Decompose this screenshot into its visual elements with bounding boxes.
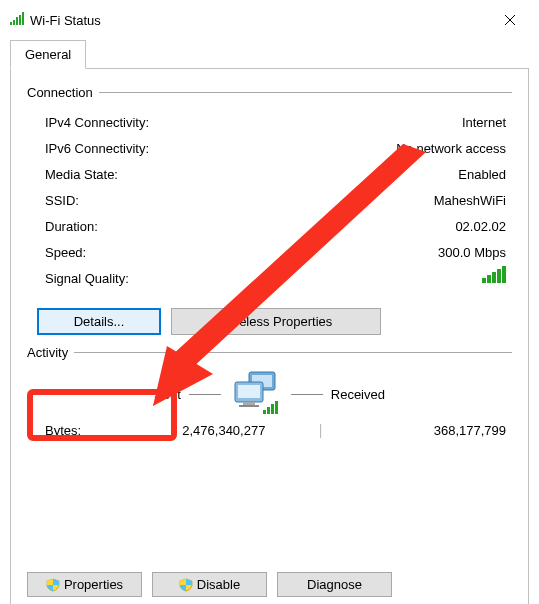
connection-group: Connection IPv4 Connectivity: Internet I… [27,85,512,335]
bottom-button-row: Properties Disable Diagnose [27,572,392,597]
row-speed: Speed: 300.0 Mbps [45,240,506,266]
close-button[interactable] [491,5,529,35]
window-title: Wi-Fi Status [30,13,101,28]
svg-rect-2 [16,17,18,25]
divider [99,92,512,93]
dash-right [291,394,323,395]
computers-icon [229,370,283,418]
label-ipv4: IPv4 Connectivity: [45,110,149,136]
bytes-row: Bytes: 2,476,340,277 | 368,177,799 [27,422,512,438]
svg-rect-4 [22,12,24,25]
value-duration: 02.02.02 [455,214,506,240]
svg-rect-10 [239,405,259,407]
bytes-separator: | [313,422,329,438]
bytes-label: Bytes: [45,423,135,438]
svg-rect-14 [275,401,278,414]
value-media: Enabled [458,162,506,188]
label-ipv6: IPv6 Connectivity: [45,136,149,162]
row-duration: Duration: 02.02.02 [45,214,506,240]
titlebar: Wi-Fi Status [0,0,539,40]
row-ipv6: IPv6 Connectivity: No network access [45,136,506,162]
label-duration: Duration: [45,214,98,240]
svg-rect-11 [263,410,266,414]
svg-rect-8 [238,385,260,398]
disable-button-label: Disable [197,577,240,592]
svg-rect-9 [243,402,255,405]
label-media: Media State: [45,162,118,188]
value-ipv4: Internet [462,110,506,136]
svg-rect-12 [267,407,270,414]
connection-title: Connection [27,85,93,100]
bytes-received: 368,177,799 [328,423,506,438]
connection-rows: IPv4 Connectivity: Internet IPv6 Connect… [27,110,512,292]
tab-strip: General [0,40,539,69]
label-signal-quality: Signal Quality: [45,266,129,292]
svg-rect-1 [13,20,15,25]
svg-rect-13 [271,404,274,414]
value-ipv6: No network access [396,136,506,162]
activity-header: Activity [27,345,512,360]
bytes-sent: 2,476,340,277 [135,423,313,438]
label-speed: Speed: [45,240,86,266]
sent-label: Sent [154,387,181,402]
received-label: Received [331,387,385,402]
properties-button[interactable]: Properties [27,572,142,597]
wireless-properties-button[interactable]: Wireless Properties [171,308,381,335]
signal-bars-icon [482,266,506,292]
diagnose-button-label: Diagnose [307,577,362,592]
svg-rect-0 [10,22,12,25]
connection-buttons: Details... Wireless Properties [27,308,512,335]
row-ipv4: IPv4 Connectivity: Internet [45,110,506,136]
divider [74,352,512,353]
wifi-icon [10,12,24,28]
dash-left [189,394,221,395]
svg-rect-3 [19,15,21,25]
properties-button-label: Properties [64,577,123,592]
connection-header: Connection [27,85,512,100]
details-button[interactable]: Details... [37,308,161,335]
diagnose-button[interactable]: Diagnose [277,572,392,597]
shield-icon [46,578,60,592]
label-ssid: SSID: [45,188,79,214]
activity-group: Activity Sent [27,345,512,438]
activity-title: Activity [27,345,68,360]
shield-icon [179,578,193,592]
disable-button[interactable]: Disable [152,572,267,597]
tab-general[interactable]: General [10,40,86,69]
value-ssid: MaheshWiFi [434,188,506,214]
row-signal-quality: Signal Quality: [45,266,506,292]
row-ssid: SSID: MaheshWiFi [45,188,506,214]
value-speed: 300.0 Mbps [438,240,506,266]
row-media: Media State: Enabled [45,162,506,188]
panel: Connection IPv4 Connectivity: Internet I… [10,68,529,604]
activity-visual: Sent [27,370,512,418]
